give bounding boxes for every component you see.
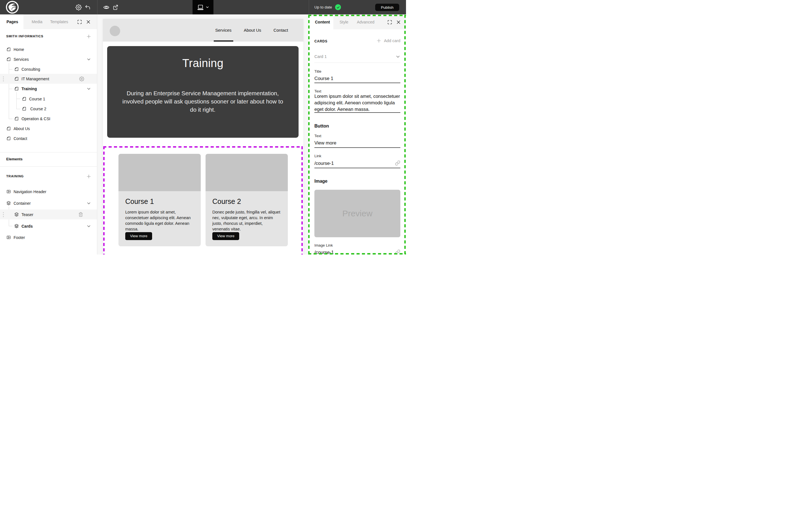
chevron-down-icon[interactable] bbox=[86, 224, 91, 229]
panel-selection-border bbox=[308, 15, 406, 16]
topbar-divider bbox=[309, 0, 309, 14]
sidebar-item-services[interactable]: Services bbox=[0, 54, 97, 64]
active-nav-underline bbox=[214, 40, 233, 41]
text-field-label: Text bbox=[314, 89, 321, 93]
sidebar-item-it-management[interactable]: IT Management bbox=[0, 74, 97, 84]
site-nav-about-us[interactable]: About Us bbox=[244, 28, 261, 33]
page-icon bbox=[6, 126, 11, 131]
card-title: Course 2 bbox=[212, 197, 281, 206]
publish-button[interactable]: Publish bbox=[375, 4, 399, 11]
sidebar-item-consulting[interactable]: Consulting bbox=[0, 64, 97, 74]
left-sidebar: Pages Media Templates SMITH INFORMATICS bbox=[0, 14, 97, 254]
sidebar-item-label: About Us bbox=[13, 126, 30, 131]
sidebar-item-course-2[interactable]: Course 2 bbox=[0, 104, 97, 114]
text-field-input[interactable]: Lorem ipsum dolor sit amet, consectetuer… bbox=[314, 93, 400, 112]
page-icon bbox=[6, 136, 11, 141]
tab-content-label: Content bbox=[315, 20, 330, 24]
expand-panel-icon[interactable] bbox=[77, 20, 82, 24]
layout-icon bbox=[6, 235, 11, 240]
sidebar-item-home[interactable]: Home bbox=[0, 44, 97, 54]
site-logo-placeholder bbox=[110, 26, 120, 36]
sidebar-item-label: Course 2 bbox=[30, 107, 46, 111]
element-item-navigation-header[interactable]: Navigation Header bbox=[0, 186, 97, 197]
expand-panel-icon[interactable] bbox=[387, 20, 392, 25]
page-icon bbox=[6, 57, 11, 62]
page-settings-gear-icon[interactable] bbox=[79, 76, 84, 81]
undo-icon[interactable] bbox=[84, 4, 91, 10]
hero-title: Training bbox=[107, 57, 298, 70]
button-section-title: Button bbox=[314, 124, 329, 129]
tab-style[interactable]: Style bbox=[340, 20, 348, 24]
title-field-input[interactable]: Course 1 bbox=[314, 75, 400, 82]
element-item-cards[interactable]: Cards bbox=[0, 221, 97, 231]
view-more-button[interactable]: View more bbox=[212, 232, 239, 240]
sidebar-item-contact[interactable]: Contact bbox=[0, 133, 97, 143]
elements-title: Elements bbox=[6, 157, 23, 161]
image-preview-label: Preview bbox=[342, 209, 373, 218]
hero-body: During an Enterprise Service Management … bbox=[121, 89, 285, 114]
teaser-hero[interactable]: Training During an Enterprise Service Ma… bbox=[107, 46, 298, 138]
element-item-teaser[interactable]: Teaser bbox=[0, 209, 97, 219]
view-more-button[interactable]: View more bbox=[125, 232, 152, 240]
chevron-down-icon[interactable] bbox=[86, 87, 91, 91]
button-text-label: Text bbox=[314, 134, 321, 138]
add-card-label: Add card bbox=[384, 38, 400, 43]
element-item-label: Cards bbox=[22, 224, 33, 229]
sidebar-item-label: Operation & CSI bbox=[22, 116, 50, 121]
builder-logo-icon[interactable] bbox=[6, 1, 19, 14]
canvas: Services About Us Contact Training Durin… bbox=[98, 14, 308, 254]
site-preview-page: Services About Us Contact Training Durin… bbox=[103, 19, 304, 254]
add-element-icon[interactable] bbox=[86, 174, 91, 179]
sidebar-item-about-us[interactable]: About Us bbox=[0, 124, 97, 133]
site-nav-contact[interactable]: Contact bbox=[273, 28, 288, 33]
panel-selection-border bbox=[308, 15, 310, 254]
trash-icon[interactable] bbox=[78, 212, 83, 217]
card-selector[interactable]: Card 1 bbox=[314, 54, 327, 59]
sidebar-item-label: Home bbox=[13, 47, 24, 52]
sidebar-item-operation-csi[interactable]: Operation & CSI bbox=[0, 114, 97, 124]
site-navigation-header[interactable]: Services About Us Contact bbox=[103, 19, 304, 41]
chevron-down-icon[interactable] bbox=[395, 54, 400, 59]
open-external-icon[interactable] bbox=[112, 4, 118, 10]
drag-handle-icon[interactable] bbox=[2, 211, 5, 218]
sidebar-item-training[interactable]: Training bbox=[0, 84, 97, 94]
right-inspector-panel: Content Style Advanced CARDS Add card Ca… bbox=[308, 14, 406, 254]
chevron-down-icon[interactable] bbox=[86, 57, 91, 62]
element-item-footer[interactable]: Footer bbox=[0, 232, 97, 242]
tab-advanced[interactable]: Advanced bbox=[357, 20, 374, 24]
add-page-icon[interactable] bbox=[86, 34, 91, 39]
chevron-down-icon[interactable] bbox=[86, 201, 91, 206]
close-panel-icon[interactable] bbox=[396, 20, 401, 25]
drag-handle-icon[interactable] bbox=[2, 75, 5, 82]
link-icon[interactable] bbox=[395, 160, 400, 166]
laptop-icon bbox=[197, 4, 204, 10]
image-preview[interactable]: Preview bbox=[314, 190, 400, 237]
card-title: Course 1 bbox=[125, 197, 194, 206]
preview-eye-icon[interactable] bbox=[103, 4, 109, 10]
button-link-input[interactable]: /course-1 bbox=[314, 160, 400, 167]
element-item-label: Navigation Header bbox=[13, 190, 46, 194]
title-field-label: Title bbox=[314, 69, 321, 73]
device-selector[interactable] bbox=[192, 0, 213, 14]
layers-icon bbox=[14, 224, 19, 229]
layers-icon bbox=[6, 201, 11, 206]
add-card-button[interactable]: Add card bbox=[376, 38, 400, 43]
sidebar-item-label: Course 1 bbox=[29, 97, 45, 101]
element-item-container[interactable]: Container bbox=[0, 198, 97, 208]
course-card-2[interactable]: Course 2 Donec pede justo, fringilla vel… bbox=[206, 154, 288, 246]
sidebar-item-label: Training bbox=[22, 87, 37, 91]
tab-media[interactable]: Media bbox=[32, 20, 42, 24]
tab-content[interactable]: Content bbox=[308, 15, 333, 29]
panel-selection-border bbox=[404, 15, 406, 254]
tab-pages[interactable]: Pages bbox=[0, 14, 24, 29]
settings-gear-icon[interactable] bbox=[75, 4, 82, 10]
tab-templates[interactable]: Templates bbox=[50, 20, 68, 24]
sidebar-item-label: Services bbox=[13, 57, 29, 62]
course-card-1[interactable]: Course 1 Lorem ipsum dolor sit amet, con… bbox=[118, 154, 201, 246]
button-text-input[interactable]: View more bbox=[314, 140, 400, 146]
field-underline bbox=[314, 168, 400, 168]
close-panel-icon[interactable] bbox=[86, 20, 91, 24]
sidebar-divider bbox=[0, 166, 97, 167]
sidebar-item-course-1[interactable]: Course 1 bbox=[0, 94, 97, 104]
site-nav-services[interactable]: Services bbox=[215, 28, 232, 33]
